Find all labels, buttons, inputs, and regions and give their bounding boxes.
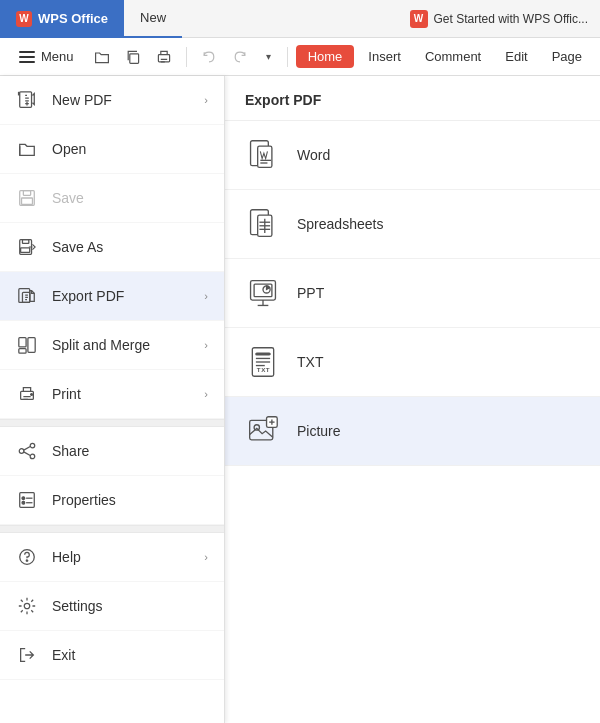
menu-item-save-as[interactable]: Save As <box>0 223 224 272</box>
print-icon <box>16 383 38 405</box>
menu-item-settings[interactable]: Settings <box>0 582 224 631</box>
submenu-item-word[interactable]: Word <box>225 121 600 190</box>
export-pdf-icon <box>16 285 38 307</box>
wps-office-button[interactable]: W WPS Office <box>0 0 124 38</box>
submenu-item-spreadsheets[interactable]: Spreadsheets <box>225 190 600 259</box>
export-pdf-submenu: Export PDF Word <box>225 76 600 723</box>
copy-button[interactable] <box>120 43 147 71</box>
txt-label: TXT <box>297 354 323 370</box>
share-icon <box>16 440 38 462</box>
undo-redo-dropdown[interactable]: ▾ <box>257 43 278 71</box>
svg-point-32 <box>24 603 29 608</box>
main-area: New PDF › Open Save <box>0 76 600 723</box>
split-merge-arrow: › <box>204 339 208 351</box>
toolbar: Menu ▾ Home Insert <box>0 38 600 76</box>
exit-label: Exit <box>52 647 208 663</box>
svg-rect-7 <box>23 191 30 196</box>
new-pdf-label: New PDF <box>52 92 190 108</box>
help-label: Help <box>52 549 190 565</box>
hamburger-icon <box>19 51 35 63</box>
word-icon <box>245 137 281 173</box>
new-tab[interactable]: New <box>124 0 182 38</box>
submenu-item-picture[interactable]: Picture <box>225 397 600 466</box>
insert-nav-button[interactable]: Insert <box>358 45 411 68</box>
picture-icon <box>245 413 281 449</box>
picture-label: Picture <box>297 423 341 439</box>
menu-item-properties[interactable]: Properties <box>0 476 224 525</box>
menu-item-split-merge[interactable]: Split and Merge › <box>0 321 224 370</box>
menu-item-open[interactable]: Open <box>0 125 224 174</box>
menu-item-save: Save <box>0 174 224 223</box>
svg-rect-16 <box>28 338 35 353</box>
left-menu: New PDF › Open Save <box>0 76 225 723</box>
properties-icon <box>16 489 38 511</box>
open-icon <box>16 138 38 160</box>
save-as-label: Save As <box>52 239 208 255</box>
new-pdf-arrow: › <box>204 94 208 106</box>
svg-point-31 <box>26 560 27 561</box>
settings-label: Settings <box>52 598 208 614</box>
svg-point-28 <box>22 501 25 504</box>
svg-text:T: T <box>257 366 261 373</box>
svg-rect-1 <box>159 54 170 61</box>
get-started-icon: W <box>410 10 428 28</box>
menu-item-new-pdf[interactable]: New PDF › <box>0 76 224 125</box>
svg-point-22 <box>30 454 35 459</box>
menu-separator-2 <box>0 525 224 533</box>
svg-rect-15 <box>19 349 26 354</box>
home-nav-button[interactable]: Home <box>296 45 355 68</box>
svg-point-26 <box>22 497 25 500</box>
spreadsheets-icon <box>245 206 281 242</box>
menu-item-export-pdf[interactable]: Export PDF › <box>0 272 224 321</box>
menu-item-print[interactable]: Print › <box>0 370 224 419</box>
submenu-item-ppt[interactable]: PPT <box>225 259 600 328</box>
menu-button[interactable]: Menu <box>8 44 85 69</box>
exit-icon <box>16 644 38 666</box>
page-nav-button[interactable]: Page <box>542 45 592 68</box>
open-label: Open <box>52 141 208 157</box>
txt-icon: T X T <box>245 344 281 380</box>
help-icon <box>16 546 38 568</box>
svg-rect-12 <box>19 289 30 303</box>
edit-nav-button[interactable]: Edit <box>495 45 537 68</box>
undo-button[interactable] <box>195 43 222 71</box>
submenu-header: Export PDF <box>225 76 600 121</box>
share-label: Share <box>52 443 208 459</box>
properties-label: Properties <box>52 492 208 508</box>
wps-office-label: WPS Office <box>38 11 108 26</box>
export-pdf-arrow: › <box>204 290 208 302</box>
svg-point-19 <box>31 394 33 396</box>
save-as-icon <box>16 236 38 258</box>
save-label: Save <box>52 190 208 206</box>
svg-text:T: T <box>266 366 270 373</box>
menu-item-exit[interactable]: Exit <box>0 631 224 680</box>
wps-logo-icon: W <box>16 11 32 27</box>
print-arrow: › <box>204 388 208 400</box>
save-icon <box>16 187 38 209</box>
svg-rect-25 <box>20 493 35 508</box>
svg-rect-10 <box>22 240 28 244</box>
open-folder-button[interactable] <box>89 43 116 71</box>
print-label: Print <box>52 386 190 402</box>
split-merge-icon <box>16 334 38 356</box>
menu-item-share[interactable]: Share <box>0 427 224 476</box>
svg-line-24 <box>24 452 31 456</box>
new-pdf-icon <box>16 89 38 111</box>
help-arrow: › <box>204 551 208 563</box>
svg-rect-14 <box>19 338 26 347</box>
redo-button[interactable] <box>226 43 253 71</box>
print-button[interactable] <box>151 43 178 71</box>
ppt-label: PPT <box>297 285 324 301</box>
comment-nav-button[interactable]: Comment <box>415 45 491 68</box>
svg-point-21 <box>19 449 24 454</box>
toolbar-separator <box>186 47 187 67</box>
svg-rect-11 <box>21 248 30 253</box>
submenu-item-txt[interactable]: T X T TXT <box>225 328 600 397</box>
menu-item-help[interactable]: Help › <box>0 533 224 582</box>
svg-point-20 <box>30 443 35 448</box>
get-started-tab[interactable]: W Get Started with WPS Offic... <box>398 0 601 38</box>
svg-rect-2 <box>20 92 32 107</box>
title-bar: W WPS Office New W Get Started with WPS … <box>0 0 600 38</box>
toolbar-separator-2 <box>287 47 288 67</box>
menu-separator-1 <box>0 419 224 427</box>
